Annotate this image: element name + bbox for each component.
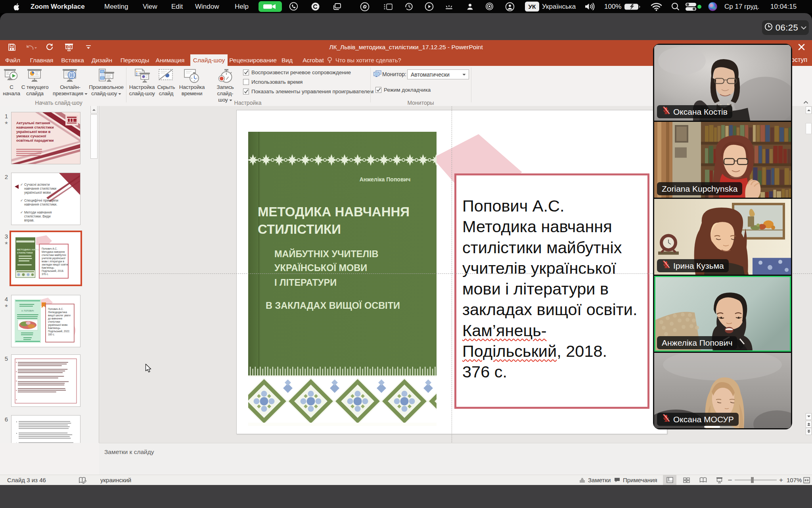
view-reading-button[interactable] bbox=[696, 475, 710, 485]
menu-app-name[interactable]: Zoom Workplace bbox=[31, 0, 85, 13]
fit-to-window-button[interactable] bbox=[803, 475, 810, 485]
video-tile-4[interactable]: Анжеліка Попович bbox=[654, 276, 791, 352]
language-label[interactable]: украинский bbox=[100, 475, 131, 485]
citation-spell-word: Кам’янець- bbox=[462, 321, 547, 340]
slide-thumbnail-6[interactable] bbox=[11, 415, 80, 443]
timer-chevron-icon[interactable] bbox=[801, 24, 806, 31]
zoom-out-button[interactable]: − bbox=[727, 475, 733, 485]
input-language-label[interactable]: Українська bbox=[542, 0, 576, 13]
menu-meeting[interactable]: Meeting bbox=[104, 0, 128, 13]
ribbon-checkbox-2[interactable]: Показать элементы управления проигрывате… bbox=[243, 89, 373, 94]
camera-active-icon[interactable] bbox=[259, 0, 282, 13]
play-circle-icon[interactable] bbox=[425, 0, 434, 13]
control-center-icon[interactable] bbox=[685, 0, 697, 13]
tab-transitions[interactable]: Переходы bbox=[116, 54, 153, 66]
c-app-icon[interactable] bbox=[311, 0, 320, 13]
fast-user-switch-icon[interactable] bbox=[466, 0, 474, 13]
windows-copy-icon[interactable] bbox=[332, 0, 342, 13]
zoom-slider-thumb[interactable] bbox=[751, 477, 754, 483]
canvas-scroll-down[interactable] bbox=[806, 413, 812, 420]
close-window-button[interactable] bbox=[798, 43, 805, 52]
menu-edit[interactable]: Edit bbox=[171, 0, 183, 13]
tell-me-box[interactable]: Что вы хотите сделать? bbox=[327, 54, 414, 66]
thumbs-scroll-thumb[interactable] bbox=[90, 114, 98, 159]
apple-logo-icon[interactable] bbox=[13, 0, 19, 13]
volume-icon[interactable] bbox=[584, 0, 596, 13]
video-tile-5[interactable]: Оксана МОСУР bbox=[654, 353, 791, 428]
mouse-cursor bbox=[145, 364, 154, 375]
slide-thumbnail-1[interactable]: Актуальні питаннянавчання стилістикиукра… bbox=[11, 112, 80, 164]
panel-drag-handle[interactable] bbox=[704, 426, 720, 428]
book-cover[interactable]: Анжеліка Попович МЕТОДИКА НАВЧАННЯ СТИЛІ… bbox=[248, 132, 437, 426]
view-normal-button[interactable] bbox=[663, 475, 676, 485]
slide-thumbnail-4[interactable]: А. ПОПОВИЧ Попович А.С.Лінгводидактикави… bbox=[11, 295, 80, 347]
ribbon-button-from-current-slide[interactable]: С текущегослайда bbox=[16, 67, 54, 97]
tab-review[interactable]: Рецензирование bbox=[234, 54, 272, 66]
hide-slide-icon bbox=[157, 67, 175, 84]
viber-icon[interactable] bbox=[289, 0, 298, 13]
canvas-scroll-up[interactable] bbox=[806, 106, 812, 114]
meeting-timer-badge[interactable]: 06:25 bbox=[762, 20, 809, 35]
siri-icon[interactable] bbox=[708, 0, 718, 13]
zoom-level-label[interactable]: 107% bbox=[787, 475, 802, 485]
menu-view[interactable]: View bbox=[143, 0, 157, 13]
share-button-label[interactable]: оступ bbox=[791, 56, 807, 64]
slide-thumbnails-panel: 1 ★ Актуальні питаннянавчання стилістики… bbox=[0, 106, 99, 443]
tab-animations[interactable]: Анимация bbox=[151, 54, 189, 66]
ribbon-button-hide-slide[interactable]: Скрытьслайд bbox=[154, 67, 178, 97]
ribbon-button-custom-slideshow[interactable]: Произвольноеслайд-шоу bbox=[84, 67, 128, 97]
zoom-video-panel[interactable]: Оксана Костів Zoriana Kupchynska Ірина К… bbox=[653, 44, 792, 429]
slide-thumbnail-5[interactable] bbox=[11, 354, 80, 407]
notes-toggle[interactable]: Заметки bbox=[579, 475, 611, 485]
video-tile-2[interactable]: Zoriana Kupchynska bbox=[654, 122, 791, 198]
airdrop-icon[interactable] bbox=[485, 0, 494, 13]
video-tile-3[interactable]: Ірина Кузьма bbox=[654, 199, 791, 275]
input-source-badge[interactable]: УК bbox=[525, 0, 539, 13]
from-current-slide-icon bbox=[26, 67, 44, 84]
slide-thumbnail-3[interactable]: МЕТОДИКА НАВЧАННЯСТИЛІСТИКИ Попович А.С.… bbox=[11, 232, 80, 285]
citation-text-box[interactable]: Попович А.С. Методика навчання стилістик… bbox=[454, 173, 649, 409]
tab-acrobat[interactable]: Acrobat bbox=[295, 54, 332, 66]
menubar-time[interactable]: 10:04:15 bbox=[770, 0, 797, 13]
time-machine-icon[interactable] bbox=[404, 0, 414, 13]
ribbon-button-setup-slideshow[interactable]: Настройкаслайд-шоу bbox=[126, 67, 157, 97]
view-sorter-button[interactable] bbox=[680, 475, 693, 485]
user-account-icon[interactable] bbox=[505, 0, 515, 13]
presenter-view-checkbox[interactable]: Режим докладчика bbox=[375, 87, 431, 93]
ribbon-checkbox-1[interactable]: Использовать время bbox=[243, 79, 303, 85]
keyboard-brightness-icon[interactable] bbox=[444, 0, 454, 13]
slide-thumbnail-2[interactable]: ✓Сучасні аспектинавчання стилістикиукраї… bbox=[11, 173, 80, 225]
checkbox-label: Режим докладчика bbox=[384, 87, 431, 93]
comments-toggle[interactable]: Примечания bbox=[614, 475, 657, 485]
zoom-in-button[interactable]: + bbox=[778, 475, 784, 485]
book-subtitle-text: І ЛІТЕРАТУРИ bbox=[274, 277, 337, 288]
tab-slideshow[interactable]: Слайд-шоу bbox=[190, 54, 228, 66]
notes-pane[interactable]: Заметки к слайду bbox=[99, 443, 812, 475]
citation-spell-word: Подільський bbox=[462, 342, 557, 360]
zoom-slider-track[interactable] bbox=[735, 479, 777, 481]
monitor-dropdown[interactable]: Автоматически bbox=[407, 69, 469, 79]
stage-manager-icon[interactable] bbox=[383, 0, 393, 13]
wifi-icon[interactable] bbox=[651, 0, 662, 13]
next-slide-button[interactable] bbox=[806, 428, 812, 435]
battery-percent-label: 100% bbox=[604, 0, 621, 13]
spotlight-search-icon[interactable] bbox=[671, 0, 680, 13]
proofing-icon[interactable] bbox=[79, 475, 87, 485]
menu-help[interactable]: Help bbox=[235, 0, 249, 13]
ribbon-checkbox-0[interactable]: Воспроизвести речевое сопровождение bbox=[243, 69, 351, 75]
animation-star-icon: ★ bbox=[2, 303, 10, 308]
view-slideshow-button[interactable] bbox=[712, 475, 726, 485]
previous-slide-button[interactable] bbox=[806, 421, 812, 428]
tab-design[interactable]: Дизайн bbox=[83, 54, 121, 66]
thumbs-scroll-up[interactable] bbox=[90, 106, 98, 114]
citation-line: 376 с. bbox=[462, 362, 643, 382]
collapse-ribbon-chevron[interactable] bbox=[803, 98, 808, 106]
ribbon-button-rehearse-timings[interactable]: Настройкавремени bbox=[177, 67, 207, 97]
ribbon-button-record-slideshow[interactable]: Запись слайд-шоу bbox=[208, 67, 242, 103]
shazam-icon[interactable] bbox=[360, 0, 370, 13]
menubar-date[interactable]: Ср 17 груд. bbox=[724, 0, 759, 13]
video-tile-1[interactable]: Оксана Костів bbox=[654, 45, 791, 121]
menu-window[interactable]: Window bbox=[195, 0, 219, 13]
canvas-scroll-thumb[interactable] bbox=[806, 123, 812, 134]
ribbon-button-label: презентация bbox=[53, 90, 83, 96]
